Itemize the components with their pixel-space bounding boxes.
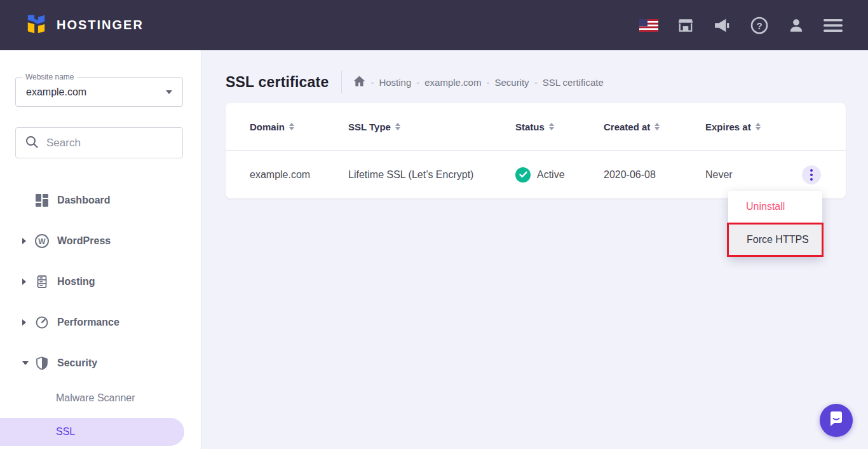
sort-icon bbox=[549, 123, 554, 130]
column-header-domain[interactable]: Domain bbox=[250, 121, 348, 132]
cell-status: Active bbox=[515, 167, 604, 183]
chevron-down-icon bbox=[22, 361, 29, 365]
store-icon[interactable] bbox=[676, 17, 695, 34]
sidebar-item-ssl[interactable]: SSL bbox=[0, 418, 184, 446]
chat-bubble-icon bbox=[828, 411, 844, 430]
page-title: SSL certificate bbox=[226, 74, 329, 91]
menu-item-force-https[interactable]: Force HTTPS bbox=[727, 223, 824, 257]
breadcrumb-separator: - bbox=[370, 77, 374, 88]
help-icon[interactable]: ? bbox=[750, 17, 769, 34]
chevron-down-icon bbox=[166, 90, 172, 94]
chevron-right-icon bbox=[22, 279, 29, 285]
brand-name: HOSTINGER bbox=[57, 18, 144, 32]
sort-icon bbox=[756, 123, 761, 130]
server-icon bbox=[34, 274, 50, 289]
table-header-row: Domain SSL Type Status Created at Expire… bbox=[226, 103, 846, 151]
sidebar-child-label: Malware Scanner bbox=[56, 392, 135, 404]
sort-icon bbox=[654, 123, 660, 130]
title-divider bbox=[341, 71, 342, 93]
menu-icon[interactable] bbox=[824, 17, 843, 34]
sidebar-item-hosting[interactable]: Hosting bbox=[0, 261, 201, 302]
cell-created-at: 2020-06-08 bbox=[604, 169, 705, 181]
hostinger-hpanel: HOSTINGER bbox=[0, 0, 868, 449]
sidebar-child-label: SSL bbox=[56, 426, 75, 438]
website-selector-value: example.com bbox=[26, 86, 86, 98]
chevron-right-icon bbox=[22, 319, 29, 326]
column-header-status[interactable]: Status bbox=[515, 121, 604, 132]
svg-text:W: W bbox=[38, 237, 46, 246]
top-bar: HOSTINGER bbox=[0, 0, 868, 50]
search-icon bbox=[25, 135, 39, 151]
column-label: Created at bbox=[604, 121, 650, 132]
speedometer-icon bbox=[34, 315, 50, 330]
sidebar-item-performance[interactable]: Performance bbox=[0, 302, 201, 343]
sidebar-item-label: Performance bbox=[57, 317, 119, 328]
breadcrumb: - Hosting - example.com - Security - SSL… bbox=[353, 76, 603, 88]
dashboard-grid-icon bbox=[34, 193, 50, 208]
breadcrumb-separator: - bbox=[486, 77, 489, 88]
column-label: Domain bbox=[250, 121, 285, 132]
sidebar-item-label: Security bbox=[57, 357, 97, 369]
cell-ssl-type: Lifetime SSL (Let’s Encrypt) bbox=[348, 169, 515, 181]
column-label: Status bbox=[515, 121, 545, 132]
cell-domain: example.com bbox=[250, 169, 348, 181]
cell-actions bbox=[802, 165, 821, 184]
website-selector[interactable]: Website name example.com bbox=[15, 77, 183, 107]
breadcrumb-separator: - bbox=[534, 77, 538, 88]
column-label: SSL Type bbox=[348, 121, 391, 132]
row-actions-menu: Uninstall Force HTTPS bbox=[728, 191, 822, 257]
sort-icon bbox=[289, 123, 294, 130]
sidebar-nav: Dashboard W WordPress bbox=[0, 180, 201, 446]
sidebar: Website name example.com bbox=[0, 50, 201, 449]
column-header-ssl-type[interactable]: SSL Type bbox=[348, 121, 515, 132]
hostinger-logo[interactable]: HOSTINGER bbox=[25, 13, 144, 38]
ssl-table-card: Domain SSL Type Status Created at Expire… bbox=[226, 103, 846, 198]
chevron-right-icon bbox=[22, 238, 29, 244]
breadcrumb-separator: - bbox=[416, 77, 419, 88]
megaphone-icon[interactable] bbox=[713, 17, 732, 34]
svg-text:?: ? bbox=[756, 20, 762, 31]
sort-icon bbox=[395, 123, 400, 130]
breadcrumb-hosting[interactable]: Hosting bbox=[379, 77, 411, 88]
wordpress-icon: W bbox=[34, 233, 50, 249]
menu-item-label: Uninstall bbox=[746, 201, 785, 212]
menu-item-uninstall[interactable]: Uninstall bbox=[728, 191, 822, 223]
check-icon bbox=[515, 167, 531, 183]
home-icon[interactable] bbox=[353, 76, 365, 88]
sidebar-item-label: Hosting bbox=[57, 276, 95, 287]
website-selector-label: Website name bbox=[22, 73, 77, 81]
sidebar-item-label: WordPress bbox=[57, 235, 111, 247]
chat-widget-button[interactable] bbox=[820, 404, 853, 437]
shield-icon bbox=[34, 356, 50, 371]
hostinger-h-icon bbox=[25, 13, 47, 38]
sidebar-search[interactable] bbox=[15, 127, 183, 158]
page-header: SSL certificate - Hosting - example.com … bbox=[226, 70, 868, 94]
sidebar-item-label: Dashboard bbox=[57, 195, 111, 206]
breadcrumb-ssl-certificate: SSL certificate bbox=[543, 77, 604, 88]
sidebar-item-dashboard[interactable]: Dashboard bbox=[0, 180, 201, 221]
breadcrumb-domain[interactable]: example.com bbox=[424, 77, 481, 88]
topbar-actions: ? bbox=[639, 17, 843, 34]
sidebar-item-security[interactable]: Security bbox=[0, 343, 201, 383]
sidebar-item-wordpress[interactable]: W WordPress bbox=[0, 221, 201, 261]
menu-item-label: Force HTTPS bbox=[747, 234, 809, 245]
column-header-expires-at[interactable]: Expires at bbox=[705, 121, 802, 132]
column-header-created-at[interactable]: Created at bbox=[604, 121, 705, 132]
main-content: SSL certificate - Hosting - example.com … bbox=[201, 50, 868, 449]
search-input[interactable] bbox=[46, 137, 161, 149]
sidebar-item-malware-scanner[interactable]: Malware Scanner bbox=[0, 383, 201, 413]
column-label: Expires at bbox=[705, 121, 751, 132]
kebab-menu-button[interactable] bbox=[802, 165, 821, 184]
account-icon[interactable] bbox=[787, 17, 806, 34]
cell-expires-at: Never bbox=[705, 169, 802, 181]
status-label: Active bbox=[537, 169, 565, 181]
us-flag-icon[interactable] bbox=[639, 17, 658, 34]
breadcrumb-security[interactable]: Security bbox=[494, 77, 529, 88]
